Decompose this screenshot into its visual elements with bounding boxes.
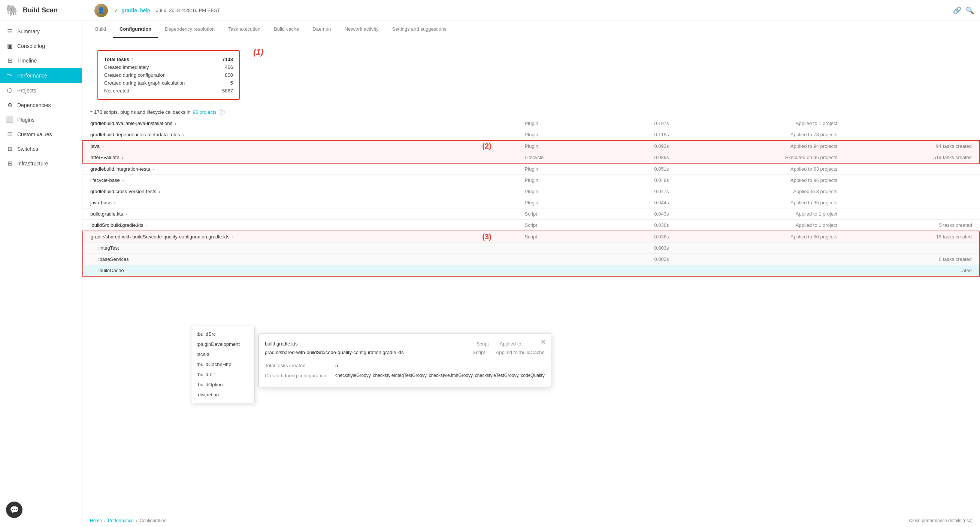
dropdown-item[interactable]: :buildInit [191, 370, 255, 379]
details-row-scope: Applied to :buildCache [496, 349, 545, 355]
row-scope: Applied to 8 projects [676, 186, 845, 197]
row-time: 0.051s [602, 163, 676, 175]
table-row: java › (2)Plugin 0.093s Applied to 94 pr… [83, 140, 980, 152]
sidebar-item-custom-values[interactable]: ☰Custom values [0, 127, 82, 141]
sidebar-item-projects[interactable]: ⬡Projects [0, 83, 82, 98]
scripts-count-text: ≡ 170 scripts, plugins and lifecycle cal… [90, 109, 190, 115]
row-name-link[interactable]: gradlebuild.dependencies-metadata-rules … [90, 132, 184, 137]
expanded-row-tasks: 6 tasks created [845, 254, 980, 265]
tab-network-activity[interactable]: Network activity [337, 21, 385, 38]
sidebar-icon-console-log: ▣ [6, 42, 13, 49]
summary-row: Total tasks ?7138 [104, 56, 233, 63]
row-time: 0.197s [602, 118, 676, 129]
summary-row-label: Not created [104, 88, 210, 94]
help-icon[interactable]: ? [219, 109, 225, 115]
dropdown-item[interactable]: :buildCacheHttp [191, 359, 255, 370]
dropdown-item[interactable]: :pluginDevelopment [191, 339, 255, 349]
sidebar-item-timeline[interactable]: ⊞Timeline [0, 53, 82, 68]
row-name-link[interactable]: afterEvaluate › [91, 155, 123, 160]
annotation-empty [479, 152, 517, 163]
tab-settings-suggestions[interactable]: Settings and suggestions [385, 21, 453, 38]
sidebar-icon-infrastructure: ⊞ [6, 160, 13, 167]
table-row: afterEvaluate › Lifecycle 0.089s Execute… [83, 152, 980, 163]
gradle-help-link[interactable]: help [140, 8, 150, 13]
table-row: java-base › Plugin 0.044s Applied to 95 … [83, 197, 980, 208]
sidebar-label-projects: Projects [17, 87, 37, 94]
total-tasks-label: Total tasks created [265, 363, 332, 368]
row-tasks [845, 118, 980, 129]
tab-build[interactable]: Build [88, 21, 113, 38]
tab-daemon[interactable]: Daemon [306, 21, 337, 38]
row-scope: Applied to 80 projects [676, 231, 845, 243]
expanded-row: :baseServices 0.002s 6 tasks created [83, 254, 980, 265]
summary-row: Created during task graph calculation5 [104, 79, 233, 87]
row-scope: Applied to 1 project [676, 220, 845, 231]
row-name-link[interactable]: lifecycle-base › [90, 178, 124, 183]
row-scope: Applied to 1 project [676, 208, 845, 220]
row-name-link[interactable]: java › [91, 143, 104, 149]
table-row: lifecycle-base › Plugin 0.048s Applied t… [83, 175, 980, 186]
sidebar-items: ☰Summary▣Console log⊞Timeline〜Performanc… [0, 24, 82, 171]
project-dropdown[interactable]: :buildSrc:pluginDevelopment:scala:buildC… [191, 325, 255, 403]
projects-link[interactable]: 96 projects [192, 109, 216, 115]
dropdown-item[interactable]: :scala [191, 349, 255, 359]
close-icon[interactable]: ✕ [541, 338, 546, 346]
dropdown-item[interactable]: :buildSrc [191, 329, 255, 339]
annotation-3: (3) [479, 231, 517, 243]
row-type: Script [517, 208, 602, 220]
close-performance-hint[interactable]: Close performance details (esc) [909, 518, 972, 523]
summary-row: Created immediately466 [104, 63, 233, 71]
row-time: 0.119s [602, 129, 676, 141]
table-row: gradlebuild.integration-tests › Plugin 0… [83, 163, 980, 175]
total-tasks-value: 5 [335, 363, 338, 368]
annotation-1: (1) [253, 44, 263, 57]
chat-button[interactable]: 💬 [6, 502, 22, 518]
row-scope: Applied to 63 projects [676, 163, 845, 175]
row-name-link[interactable]: gradlebuild.cross-version-tests › [90, 189, 160, 194]
summary-row-value: 800 [210, 72, 233, 78]
scripts-header: ≡ 170 scripts, plugins and lifecycle cal… [83, 106, 980, 118]
row-name: gradlebuild.integration-tests › [83, 163, 479, 175]
sidebar-item-switches[interactable]: ⊞Switches [0, 141, 82, 156]
link-icon[interactable]: 🔗 [953, 6, 961, 14]
summary-section: Total tasks ?7138Created immediately466C… [83, 38, 980, 106]
breadcrumb-home[interactable]: Home [90, 518, 102, 523]
summary-row-label: Created during configuration [104, 72, 210, 78]
dropdown-item[interactable]: :buildOption [191, 379, 255, 390]
sidebar-item-dependencies[interactable]: ⊕Dependencies [0, 98, 82, 112]
sidebar-item-plugins[interactable]: ⬜Plugins [0, 112, 82, 127]
row-name-link[interactable]: java-base › [90, 200, 115, 205]
row-name-link[interactable]: :buildSrc build.gradle.kts › [90, 222, 147, 228]
tab-build-cache[interactable]: Build cache [267, 21, 306, 38]
avatar[interactable]: 👤 [94, 4, 108, 17]
breadcrumb-performance[interactable]: Performance [108, 518, 134, 523]
sidebar-item-summary[interactable]: ☰Summary [0, 24, 82, 38]
sidebar-icon-switches: ⊞ [6, 145, 13, 152]
gradle-name[interactable]: gradle [121, 8, 137, 13]
breadcrumb-sep1: › [104, 518, 106, 523]
tab-dependency-resolution[interactable]: Dependency resolution [158, 21, 221, 38]
row-time: 0.089s [602, 152, 676, 163]
row-name-link[interactable]: gradlebuild.integration-tests › [90, 166, 154, 172]
row-name-link[interactable]: build.gradle.kts › [90, 211, 127, 217]
expanded-row-tasks [845, 243, 980, 254]
sidebar-item-console-log[interactable]: ▣Console log [0, 38, 82, 53]
row-scope: Applied to 78 projects [676, 129, 845, 141]
elephant-logo-icon: 🐘 [6, 4, 19, 16]
gradle-check-icon: ✓ [114, 8, 118, 13]
details-popup: ✕ build.gradle.kts Script Applied to :gr… [258, 333, 551, 387]
sidebar-item-performance[interactable]: 〜Performance [0, 68, 82, 83]
row-scope: Applied to 94 projects [676, 140, 845, 152]
row-name-link[interactable]: gradlebuild.available-java-installations… [90, 121, 177, 126]
tab-task-execution[interactable]: Task execution [221, 21, 267, 38]
dropdown-item[interactable]: :discretion [191, 390, 255, 400]
main-layout: ☰Summary▣Console log⊞Timeline〜Performanc… [0, 21, 980, 527]
row-name-link[interactable]: gradle/shared-with-buildSrc/code-quality… [91, 234, 233, 240]
tab-configuration[interactable]: Configuration [113, 21, 158, 38]
sidebar-item-infrastructure[interactable]: ⊞Infrastructure [0, 156, 82, 171]
search-icon[interactable]: 🔍 [966, 6, 974, 14]
tabs-bar: BuildConfigurationDependency resolutionT… [83, 21, 980, 38]
row-name: gradlebuild.available-java-installations… [83, 118, 479, 129]
row-time: 0.036s [602, 231, 676, 243]
annotation-empty [479, 175, 517, 186]
